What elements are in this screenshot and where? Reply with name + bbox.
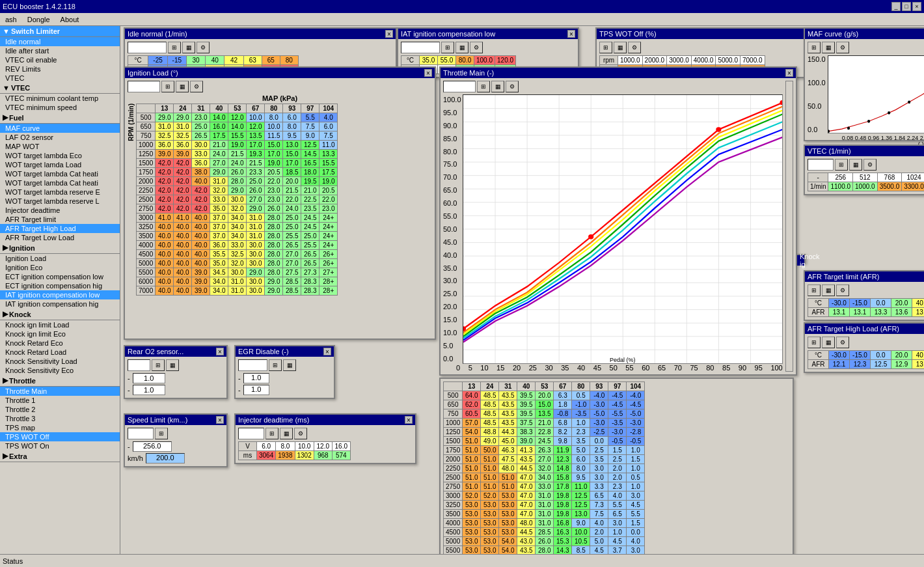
- ign-cell[interactable]: 9.0: [301, 131, 319, 141]
- sidebar-item-wot-lambda-eco[interactable]: WOT target lambda Eco: [0, 151, 120, 160]
- ign-cell[interactable]: 28.3: [301, 277, 319, 286]
- ign-cell[interactable]: 24.0: [228, 159, 247, 168]
- ign-cell[interactable]: 28+: [319, 286, 338, 296]
- ign-cell[interactable]: 19.0: [228, 141, 247, 150]
- ign-cell[interactable]: 28.0: [265, 259, 283, 268]
- thr-cell[interactable]: -0.5: [608, 437, 627, 446]
- ign-cell[interactable]: 28.0: [228, 177, 247, 186]
- vtec-val3[interactable]: 3500.0: [877, 182, 902, 191]
- sidebar-item-idle-after-start[interactable]: Idle after start: [0, 46, 120, 55]
- iat-col1[interactable]: 35.0: [420, 56, 438, 65]
- ign-cell[interactable]: 27.0: [247, 195, 265, 204]
- thr-cell[interactable]: -3.5: [608, 419, 627, 428]
- thr-cell[interactable]: 51.0: [463, 446, 481, 455]
- thr-cell[interactable]: 1.5: [627, 519, 645, 528]
- menu-dongle[interactable]: Dongle: [25, 14, 53, 25]
- ign-cell[interactable]: 32.0: [228, 259, 247, 268]
- sidebar-item-ect-ign-low[interactable]: ECT ignition compensation low: [0, 272, 120, 281]
- thr-cell[interactable]: 39.5: [517, 400, 536, 409]
- thr-cell[interactable]: 44.5: [517, 464, 536, 473]
- sidebar-item-wot-lambda-res2[interactable]: WOT target lambda reserve L: [0, 197, 120, 206]
- ign-cell[interactable]: 27+: [319, 268, 338, 277]
- thr-cell[interactable]: 12.5: [572, 491, 590, 501]
- thr-cell[interactable]: 19.8: [554, 491, 572, 501]
- thr-cell[interactable]: 3.3: [590, 482, 608, 491]
- sidebar-item-knock-sens-load[interactable]: Knock Sensitivity Load: [0, 357, 120, 366]
- thr-cell[interactable]: 27.0: [536, 455, 554, 464]
- thr-cell[interactable]: 19.8: [554, 501, 572, 510]
- ign-cell[interactable]: 27.0: [283, 250, 301, 259]
- vtec-col3[interactable]: 768: [877, 173, 902, 182]
- thr-cell[interactable]: 8.0: [572, 464, 590, 473]
- thr-cell[interactable]: -5.0: [627, 409, 645, 419]
- afr-high-table-btn[interactable]: ⊞: [808, 337, 821, 348]
- thr-cell[interactable]: 31.0: [536, 510, 554, 519]
- ign-cell[interactable]: 11.5: [265, 131, 283, 141]
- sidebar-item-maf-curve[interactable]: MAF curve: [0, 124, 120, 133]
- tps-col2[interactable]: 2000.0: [642, 56, 667, 65]
- idle-normal-col4[interactable]: 40: [206, 56, 224, 65]
- iat-input[interactable]: [401, 42, 440, 53]
- sidebar-item-rev-limits[interactable]: REV Limits: [0, 64, 120, 74]
- thr-cell[interactable]: 7.3: [590, 501, 608, 510]
- ign-cell[interactable]: 7.5: [301, 122, 319, 131]
- ign-cell[interactable]: 28.0: [265, 241, 283, 250]
- ign-cell[interactable]: 23.0: [265, 186, 283, 195]
- thr-cell[interactable]: 52.0: [481, 491, 499, 501]
- thr-cell[interactable]: 48.0: [517, 519, 536, 528]
- thr-cell[interactable]: 53.0: [463, 510, 481, 519]
- afr-limit-val1[interactable]: 13.1: [829, 308, 850, 317]
- thr-cell[interactable]: 5.0: [590, 537, 608, 546]
- ign-cell[interactable]: 34.0: [228, 232, 247, 241]
- ign-cell[interactable]: 17.5: [210, 131, 228, 141]
- ign-cell[interactable]: 24+: [319, 232, 338, 241]
- sidebar-item-throttle-main[interactable]: Throttle Main: [0, 387, 120, 396]
- ign-cell[interactable]: 40.0: [192, 259, 210, 268]
- ign-cell[interactable]: 17.0: [265, 150, 283, 159]
- ign-cell[interactable]: 40.0: [156, 259, 174, 268]
- thr-cell[interactable]: 1.0: [572, 419, 590, 428]
- thr-cell[interactable]: 53.0: [499, 519, 517, 528]
- iat-settings-btn[interactable]: ⚙: [470, 42, 483, 53]
- ign-cell[interactable]: 40.0: [192, 223, 210, 232]
- thr-cell[interactable]: 47.0: [517, 482, 536, 491]
- thr-cell[interactable]: 39.0: [517, 437, 536, 446]
- thr-cell[interactable]: 11.0: [572, 482, 590, 491]
- thr-cell[interactable]: 53.0: [463, 501, 481, 510]
- injector-close[interactable]: ×: [405, 416, 413, 424]
- ign-cell[interactable]: 18.0: [301, 168, 319, 177]
- afr-limit-col2[interactable]: -15.0: [850, 299, 871, 308]
- sidebar-item-map-wot[interactable]: MAP WOT: [0, 142, 120, 151]
- thr-cell[interactable]: 13.5: [536, 409, 554, 419]
- thr-cell[interactable]: 15.0: [536, 400, 554, 409]
- ign-cell[interactable]: 23.0: [319, 204, 338, 214]
- afr-high-val2[interactable]: 12.3: [850, 360, 871, 369]
- ign-cell[interactable]: 33.0: [192, 150, 210, 159]
- ign-cell[interactable]: 27.3: [301, 268, 319, 277]
- iat-col3[interactable]: 80.0: [456, 56, 474, 65]
- ign-cell[interactable]: 12.0: [228, 113, 247, 122]
- ign-cell[interactable]: 42.0: [156, 168, 174, 177]
- sidebar-item-knock-load[interactable]: Knock ign limit Load: [0, 320, 120, 329]
- ign-cell[interactable]: 31.0: [228, 286, 247, 296]
- thr-cell[interactable]: 2.5: [608, 455, 627, 464]
- sidebar-item-ect-ign-high[interactable]: ECT ignition compensation hig: [0, 281, 120, 290]
- sidebar-item-afr-target-high[interactable]: AFR Target High Load: [0, 224, 120, 233]
- injector-col3[interactable]: 10.0: [295, 442, 314, 451]
- iat-chart-btn[interactable]: ▦: [455, 42, 469, 53]
- thr-cell[interactable]: 53.0: [481, 501, 499, 510]
- thr-cell[interactable]: 53.0: [499, 501, 517, 510]
- tps-table-btn[interactable]: ⊞: [599, 42, 612, 53]
- ign-cell[interactable]: 34.5: [210, 268, 228, 277]
- ign-cell[interactable]: 24.5: [301, 223, 319, 232]
- ign-cell[interactable]: 24.5: [301, 214, 319, 223]
- ign-cell[interactable]: 21.5: [283, 186, 301, 195]
- sidebar-item-vtec-oil[interactable]: VTEC oil enable: [0, 55, 120, 64]
- afr-high-chart-btn[interactable]: ▦: [822, 337, 835, 348]
- ign-cell[interactable]: 35.0: [210, 259, 228, 268]
- thr-cell[interactable]: 53.0: [463, 537, 481, 546]
- maximize-button[interactable]: □: [902, 2, 911, 11]
- idle-normal-settings-btn[interactable]: ⚙: [197, 42, 210, 53]
- ign-cell[interactable]: 23.0: [192, 113, 210, 122]
- ign-cell[interactable]: 23.0: [265, 195, 283, 204]
